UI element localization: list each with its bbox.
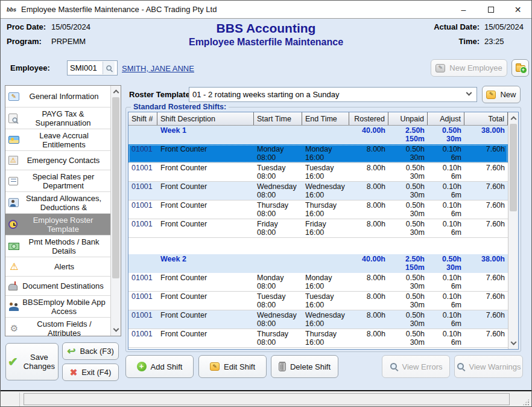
new-roster-label: New (500, 90, 516, 99)
shift-row[interactable]: 01001Front CounterTuesday08:00Tuesday16:… (128, 292, 508, 310)
sidebar-item-label: Standard Allowances, Deductions & (19, 194, 109, 212)
new-employee-icon (435, 64, 445, 72)
cell-start-time: Thursday08:00 (254, 329, 302, 347)
week-summary-row[interactable]: Week 140.00h2.50h150m0.50h30m38.00h (128, 126, 508, 144)
sidebar-item-general-information[interactable]: General Information (5, 86, 110, 107)
cell-adjust: 0.10h6m (428, 182, 464, 200)
sidebar-item-standard-allowances-deductions[interactable]: Standard Allowances, Deductions & (5, 192, 110, 214)
view-warnings-button[interactable]: View Warnings (454, 355, 523, 378)
actual-date-value: 15/05/2024 (484, 22, 524, 31)
cell-unpaid: 0.50h30m (388, 329, 428, 347)
shift-row[interactable]: 01001Front CounterThursday08:00Thursday1… (128, 200, 508, 219)
shift-row[interactable]: 01001Front CounterTuesday08:00Tuesday16:… (128, 163, 508, 182)
cell-start-time: Wednesday08:00 (254, 310, 302, 328)
exit-button[interactable]: ✖ Exit (F4) (62, 364, 119, 381)
group-label: Standard Rostered Shifts: (131, 103, 229, 111)
cell-description: Front Counter (157, 292, 254, 310)
roster-template-select[interactable]: 01 - 2 rotating weeks starting on a Sund… (189, 87, 477, 102)
cell-end-time: Wednesday16:00 (302, 310, 349, 328)
form-pencil-icon (8, 92, 19, 101)
employee-label: Employee: (10, 63, 50, 72)
status-bar (1, 391, 531, 407)
back-label: Back (F3) (80, 347, 113, 356)
week-summary-row[interactable]: Week 240.00h2.50h150m0.50h30m38.00h (128, 254, 508, 273)
cell-description: Front Counter (157, 273, 254, 291)
cell-rostered: 8.00h (349, 219, 388, 237)
sidebar-item-label: Alerts (20, 262, 109, 271)
sidebar-item-label: Custom Fields / Attributes (20, 319, 109, 337)
column-header-rostered[interactable]: Rostered (349, 112, 388, 125)
sidebar-item-document-destinations[interactable]: Document Destinations (5, 277, 110, 296)
employee-search-button[interactable] (103, 62, 115, 74)
save-changes-button[interactable]: ✔ Save Changes (5, 343, 59, 380)
cell (254, 126, 302, 144)
column-header-end-time[interactable]: End Time (302, 112, 349, 125)
scroll-up-icon[interactable] (111, 86, 121, 96)
scroll-down-icon[interactable] (111, 325, 121, 336)
magnifier-icon (390, 362, 398, 371)
sidebar-item-employee-roster-template[interactable]: Employee Roster Template (5, 214, 110, 236)
sidebar-item-leave-accrual-entitlements[interactable]: Leave Accrual Entitlements (5, 129, 110, 151)
edit-shift-label: Edit Shift (224, 362, 255, 371)
contacts-warning-icon (8, 156, 18, 165)
title-bar: bbs Employee Masterfile Maintenance - AB… (1, 1, 531, 19)
employee-code-input[interactable] (68, 63, 103, 72)
shift-row[interactable]: 01001Front CounterMonday08:00Monday16:00… (128, 273, 508, 292)
sidebar-item-custom-fields-attributes[interactable]: Custom Fields / Attributes (5, 318, 110, 336)
sidebar: General Information PAYG Tax & Superannu… (5, 85, 121, 336)
cell-shift-no: 01001 (128, 310, 157, 328)
add-shift-button[interactable]: Add Shift (125, 355, 194, 378)
grid-scrollbar[interactable] (508, 112, 518, 349)
minimize-button[interactable]: – (450, 1, 477, 18)
scroll-up-icon[interactable] (508, 112, 518, 123)
column-header-shift-no[interactable]: Shift # (128, 112, 157, 125)
delete-shift-button[interactable]: Delete Shift (271, 355, 338, 378)
sidebar-item-bbsemploy-mobile-app-access[interactable]: BBSEmploy Mobile App Access (5, 296, 110, 318)
new-employee-button[interactable]: New Employee (431, 59, 507, 77)
exit-x-icon: ✖ (70, 367, 78, 378)
edit-shift-button[interactable]: Edit Shift (198, 355, 267, 378)
sidebar-scrollbar[interactable] (110, 86, 121, 336)
close-button[interactable]: ✕ (504, 1, 531, 18)
back-button[interactable]: ↩ Back (F3) (62, 342, 119, 360)
sidebar-item-alerts[interactable]: Alerts (5, 257, 110, 277)
cell-rostered: 8.00h (349, 144, 388, 162)
cell-end-time: Monday16:00 (302, 273, 349, 291)
sidebar-item-payg-tax-superannuation[interactable]: PAYG Tax & Superannuation (5, 107, 110, 129)
cell-unpaid: 0.50h30m (388, 310, 428, 328)
column-header-description[interactable]: Shift Description (157, 112, 254, 125)
back-arrow-icon: ↩ (67, 345, 75, 357)
cell-shift-no: 01001 (128, 329, 157, 347)
open-folder-button[interactable] (511, 59, 529, 77)
scrollbar-thumb[interactable] (112, 97, 119, 278)
shift-row[interactable]: 01001Front CounterWednesday08:00Wednesda… (128, 182, 508, 200)
sidebar-item-pmt-methods-bank-details[interactable]: Pmt Methods / Bank Details (5, 236, 110, 257)
column-header-total[interactable]: Total (464, 112, 508, 125)
cell-end-time: Thursday16:00 (302, 200, 349, 219)
cell-end-time: Tuesday16:00 (302, 163, 349, 181)
scroll-down-icon[interactable] (508, 339, 518, 349)
shift-row[interactable]: 01001Front CounterMonday08:00Monday16:00… (128, 144, 508, 163)
cell-unpaid: 0.50h30m (388, 144, 428, 162)
shift-row[interactable]: 01001Front CounterWednesday08:00Wednesda… (128, 310, 508, 329)
column-header-start-time[interactable]: Start Time (254, 112, 302, 125)
sidebar-item-emergency-contacts[interactable]: Emergency Contacts (5, 151, 110, 170)
scrollbar-thumb[interactable] (510, 124, 517, 211)
cell-adjust: 0.10h6m (428, 163, 464, 181)
employee-name-link[interactable]: SMITH, JANE ANNE (122, 64, 194, 73)
maximize-button[interactable] (477, 1, 504, 18)
cell-start-time: Monday08:00 (254, 273, 302, 291)
new-roster-template-button[interactable]: New (482, 86, 521, 103)
actual-date-label: Actual Date: (434, 22, 480, 31)
shift-row[interactable]: 01001Front CounterFriday08:00Friday16:00… (128, 219, 508, 238)
cell-total: 7.60h (464, 329, 508, 347)
magnifier-icon (457, 362, 465, 371)
column-header-adjust[interactable]: Adjust (428, 112, 464, 125)
shift-row[interactable]: 01001Front CounterThursday08:00Thursday1… (128, 329, 508, 348)
column-header-unpaid[interactable]: Unpaid (388, 112, 428, 125)
view-errors-button[interactable]: View Errors (382, 355, 450, 378)
cell-description: Front Counter (157, 329, 254, 347)
sidebar-item-special-rates-per-department[interactable]: Special Rates per Department (5, 170, 110, 192)
cell-total: 7.60h (464, 182, 508, 200)
resize-grip[interactable] (522, 399, 530, 406)
